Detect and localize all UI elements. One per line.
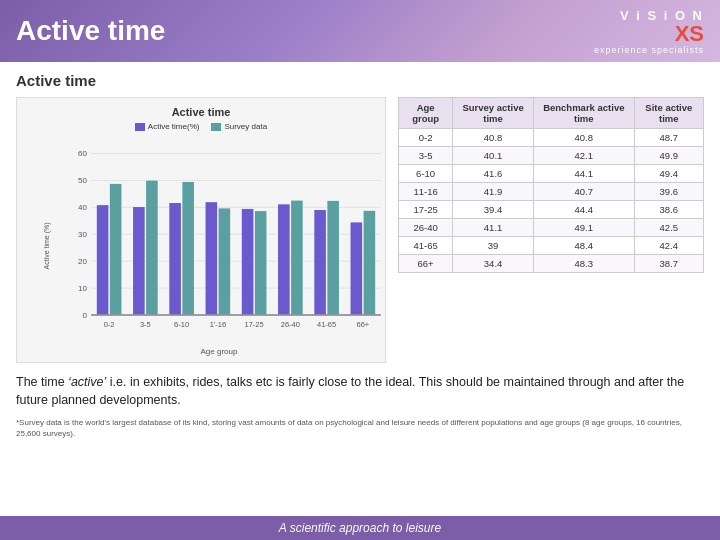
- svg-text:1'-16: 1'-16: [210, 320, 226, 329]
- col-survey: Survey active time: [453, 98, 534, 129]
- svg-text:66+: 66+: [357, 320, 370, 329]
- table-cell: 38.6: [634, 201, 703, 219]
- table-cell: 42.4: [634, 237, 703, 255]
- table-row: 0-240.840.848.7: [399, 129, 704, 147]
- svg-rect-36: [364, 211, 376, 315]
- svg-rect-24: [219, 208, 231, 315]
- table-cell: 44.4: [533, 201, 634, 219]
- description: The time ‘active’ i.e. in exhibits, ride…: [16, 373, 704, 409]
- table-cell: 49.1: [533, 219, 634, 237]
- svg-text:0-2: 0-2: [104, 320, 115, 329]
- col-benchmark: Benchmark active time: [533, 98, 634, 129]
- x-axis-label: Age group: [61, 347, 377, 356]
- table-cell: 34.4: [453, 255, 534, 273]
- svg-rect-21: [182, 182, 194, 315]
- table-cell: 39.6: [634, 183, 703, 201]
- table-cell: 49.9: [634, 147, 703, 165]
- svg-rect-32: [314, 210, 326, 315]
- table-cell: 48.3: [533, 255, 634, 273]
- page-title: Active time: [16, 15, 165, 47]
- footer: A scientific approach to leisure: [0, 516, 720, 540]
- section-title: Active time: [16, 72, 704, 89]
- table-cell: 48.4: [533, 237, 634, 255]
- table-cell: 41.1: [453, 219, 534, 237]
- legend-active: Active time(%): [135, 122, 200, 131]
- table-cell: 17-25: [399, 201, 453, 219]
- svg-text:10: 10: [78, 284, 87, 293]
- svg-text:3-5: 3-5: [140, 320, 151, 329]
- table-cell: 41.9: [453, 183, 534, 201]
- svg-text:20: 20: [78, 257, 87, 266]
- table-row: 3-540.142.149.9: [399, 147, 704, 165]
- logo-xs: XS: [675, 23, 704, 45]
- svg-rect-17: [133, 207, 145, 315]
- table-cell: 41-65: [399, 237, 453, 255]
- table-row: 17-2539.444.438.6: [399, 201, 704, 219]
- table-row: 6-1041.644.149.4: [399, 165, 704, 183]
- table-cell: 3-5: [399, 147, 453, 165]
- svg-rect-23: [206, 202, 218, 315]
- svg-rect-20: [169, 203, 181, 315]
- bar-chart: 01020304050600-23-56-101'-1617-2526-4041…: [61, 135, 391, 345]
- table-cell: 39: [453, 237, 534, 255]
- svg-rect-18: [146, 181, 158, 315]
- svg-rect-33: [327, 201, 339, 315]
- svg-rect-14: [97, 205, 109, 315]
- table-cell: 26-40: [399, 219, 453, 237]
- table-row: 26-4041.149.142.5: [399, 219, 704, 237]
- legend-active-box: [135, 123, 145, 131]
- svg-rect-30: [291, 201, 303, 315]
- table-cell: 40.8: [533, 129, 634, 147]
- svg-rect-29: [278, 204, 290, 315]
- table-cell: 42.5: [634, 219, 703, 237]
- table-cell: 6-10: [399, 165, 453, 183]
- table-cell: 49.4: [634, 165, 703, 183]
- chart-container: Active time Active time(%) Survey data A…: [16, 97, 386, 363]
- col-age-group: Age group: [399, 98, 453, 129]
- table-cell: 40.1: [453, 147, 534, 165]
- legend-survey-box: [211, 123, 221, 131]
- svg-text:0: 0: [83, 311, 88, 320]
- svg-text:40: 40: [78, 203, 87, 212]
- table-cell: 40.7: [533, 183, 634, 201]
- table-cell: 41.6: [453, 165, 534, 183]
- footnote: *Survey data is the world’s largest data…: [16, 417, 704, 439]
- table-cell: 0-2: [399, 129, 453, 147]
- table-cell: 42.1: [533, 147, 634, 165]
- legend-survey-label: Survey data: [224, 122, 267, 131]
- legend-active-label: Active time(%): [148, 122, 200, 131]
- table-cell: 39.4: [453, 201, 534, 219]
- table-cell: 66+: [399, 255, 453, 273]
- svg-text:41-65: 41-65: [317, 320, 336, 329]
- data-table: Age group Survey active time Benchmark a…: [398, 97, 704, 273]
- table-cell: 40.8: [453, 129, 534, 147]
- svg-rect-26: [242, 209, 254, 315]
- svg-text:26-40: 26-40: [281, 320, 300, 329]
- table-row: 66+34.448.338.7: [399, 255, 704, 273]
- table-row: 11-1641.940.739.6: [399, 183, 704, 201]
- col-site: Site active time: [634, 98, 703, 129]
- content-row: Active time Active time(%) Survey data A…: [16, 97, 704, 363]
- svg-rect-27: [255, 211, 267, 315]
- table-cell: 48.7: [634, 129, 703, 147]
- svg-text:30: 30: [78, 230, 87, 239]
- table-body: 0-240.840.848.73-540.142.149.96-1041.644…: [399, 129, 704, 273]
- svg-text:17-25: 17-25: [245, 320, 264, 329]
- chart-legend: Active time(%) Survey data: [25, 122, 377, 131]
- table-cell: 38.7: [634, 255, 703, 273]
- chart-title: Active time: [25, 106, 377, 118]
- table-row: 41-653948.442.4: [399, 237, 704, 255]
- svg-rect-35: [351, 222, 363, 315]
- logo: V i S i O N XS experience specialists: [594, 8, 704, 55]
- svg-text:50: 50: [78, 176, 87, 185]
- table-cell: 44.1: [533, 165, 634, 183]
- y-axis-label: Active time (%): [43, 222, 50, 269]
- svg-text:6-10: 6-10: [174, 320, 189, 329]
- logo-tagline: experience specialists: [594, 45, 704, 55]
- svg-text:60: 60: [78, 149, 87, 158]
- svg-rect-15: [110, 184, 122, 315]
- header: Active time V i S i O N XS experience sp…: [0, 0, 720, 62]
- table-cell: 11-16: [399, 183, 453, 201]
- legend-survey: Survey data: [211, 122, 267, 131]
- main-content: Active time Active time Active time(%) S…: [0, 62, 720, 446]
